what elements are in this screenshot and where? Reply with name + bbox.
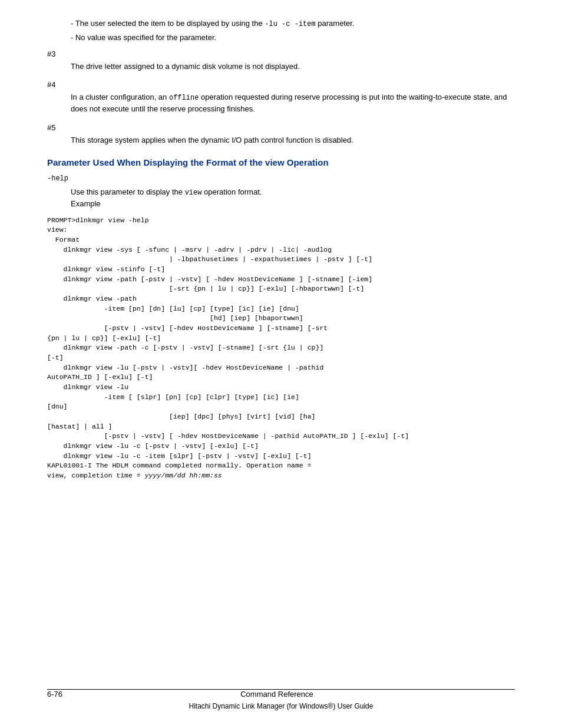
footer-subtitle: Hitachi Dynamic Link Manager (for Window… — [47, 701, 515, 710]
note-4-code: offline — [169, 94, 199, 102]
note-4: #4 In a cluster configuration, an offlin… — [47, 80, 515, 115]
note-5-content: This storage system applies when the dyn… — [71, 134, 515, 146]
note-3-text: The drive letter assigned to a dynamic d… — [71, 62, 300, 71]
note-3-content: The drive letter assigned to a dynamic d… — [71, 61, 515, 73]
code-block: PROMPT>dlnkmgr view -help view: Format d… — [47, 216, 515, 481]
note-3: #3 The drive letter assigned to a dynami… — [47, 50, 515, 73]
note-4-label: #4 — [47, 80, 515, 89]
intro-section: - The user selected the item to be displ… — [47, 18, 515, 44]
footer-title: Command Reference — [62, 690, 491, 699]
note-5-text: This storage system applies when the dyn… — [71, 136, 353, 144]
param-desc-code: view — [185, 189, 202, 197]
footer-top-row: 6-76 Command Reference — [47, 689, 515, 701]
param-example-label: Example — [71, 199, 101, 208]
section-heading: Parameter Used When Displaying the Forma… — [47, 157, 515, 167]
note-5-label: #5 — [47, 123, 515, 132]
param-desc-prefix: Use this parameter to display the — [71, 187, 185, 196]
param-block: -help Use this parameter to display the … — [47, 174, 515, 210]
bullet-1-suffix: parameter. — [316, 19, 355, 28]
timestamp-placeholder: yyyy/mm/dd hh:mm:ss — [145, 472, 222, 479]
note-3-label: #3 — [47, 50, 515, 58]
note-4-content: In a cluster configuration, an offline o… — [71, 91, 515, 115]
intro-bullets: - The user selected the item to be displ… — [71, 18, 515, 44]
page-container: - The user selected the item to be displ… — [0, 0, 562, 728]
footer-page-number: 6-76 — [47, 690, 62, 699]
bullet-1-code: -lu -c -item — [265, 20, 315, 28]
bullet-1: - The user selected the item to be displ… — [71, 18, 515, 29]
bullet-2: - No value was specified for the paramet… — [71, 32, 515, 44]
bullet-1-prefix: - The user selected the item to be displ… — [71, 19, 265, 28]
note-5: #5 This storage system applies when the … — [47, 123, 515, 146]
param-name: -help — [47, 174, 515, 183]
page-footer: 6-76 Command Reference Hitachi Dynamic L… — [0, 689, 562, 710]
param-desc-suffix: operation format. — [201, 187, 262, 196]
param-desc: Use this parameter to display the view o… — [71, 186, 515, 210]
